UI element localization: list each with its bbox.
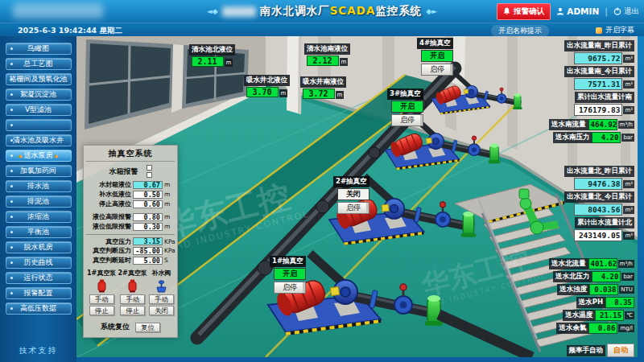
sidebar-item-label: 运行状态: [24, 273, 53, 283]
vacuum-row-label: 液位高限报警: [86, 212, 133, 221]
device-action-button[interactable]: 关闭: [149, 306, 174, 315]
flow-accum-unit: m³: [623, 180, 634, 188]
title-decoration-left-icon: ◄◆: [207, 7, 218, 15]
alarm-checkbox-2[interactable]: [147, 172, 152, 178]
flow-accum-unit: m³: [623, 80, 634, 88]
flow-instant-label: 送水北压力: [553, 271, 592, 282]
vacuum-unit-state: 开启: [421, 50, 453, 62]
quality-row: 送水余氯0.86mg/l: [556, 323, 634, 334]
sidebar-item[interactable]: 鸟瞰图: [6, 43, 72, 55]
flow-accum-unit: m³: [623, 55, 634, 63]
vacuum-row: 水封箱液位0.67m: [86, 180, 175, 189]
flow-instant-row: 送水北流量401.62m³/h: [549, 258, 634, 269]
toggle-subtitle-button[interactable]: 开启字幕: [596, 25, 634, 35]
sidebar-item[interactable]: 清水池及吸水井: [6, 134, 72, 146]
vacuum-unit-state: 开启: [391, 101, 423, 113]
sidebar-item-label: 历史曲线: [24, 257, 53, 268]
system-reset-button[interactable]: 复位: [135, 323, 160, 332]
pump-red-icon: [127, 279, 138, 293]
quality-label: 送水余氯: [556, 323, 588, 334]
device-column: 2#真空泵手动停止: [118, 269, 147, 315]
sidebar-item[interactable]: 脱水机房: [6, 241, 72, 253]
flow-instant-unit: m³/h: [618, 260, 634, 268]
device-column: 1#真空泵手动停止: [87, 269, 116, 315]
vacuum-row-value[interactable]: 0.50: [133, 191, 163, 199]
flow-accum-value: 9476.38: [574, 178, 622, 190]
vacuum-row-unit: KPa: [163, 247, 175, 254]
sidebar-item[interactable]: 运行状态: [6, 272, 72, 284]
vacuum-row-unit: m: [163, 213, 175, 220]
sidebar-item[interactable]: V型滤池: [6, 104, 72, 116]
vacuum-unit-start-stop-button[interactable]: 启停: [274, 282, 306, 294]
flow-instant-unit: m³/h: [618, 121, 634, 129]
sidebar-item[interactable]: 加氯加药间: [6, 165, 72, 177]
sidebar-item[interactable]: 排水池: [6, 180, 72, 192]
flow-instant-row: 送水南压力4.20bar: [553, 132, 634, 143]
level-label: 清水池南液位: [304, 43, 350, 55]
page-title: 南水北调水厂SCADA监控系统: [260, 4, 423, 19]
sidebar-item-label: 格栅间及预氧化池: [10, 74, 68, 84]
sidebar-item[interactable]: 排泥池: [6, 195, 72, 208]
datetime-display: 2025-6-3 19:42:44 星期二: [18, 26, 122, 36]
flow-instant-value: 401.62: [588, 258, 617, 269]
flow-accum-label: 出水流量南_昨日累计: [564, 40, 634, 51]
logout-button[interactable]: 退出: [613, 6, 639, 17]
pump-room-viewport: 华东工控 HD INDUSTRY CONTROL 华东工控 HD INDUSTR…: [76, 36, 638, 357]
vacuum-system-panel: 抽真空系统 水箱报警 水封箱液位0.67m补水低液位0.50m停止高液位0.60…: [83, 145, 178, 338]
sidebar-item[interactable]: 格栅间及预氧化池: [6, 73, 72, 85]
vacuum-unit-widget: 1#抽真空开启启停: [270, 256, 306, 294]
vacuum-unit-start-stop-button[interactable]: 启停: [421, 64, 453, 76]
sidebar-item[interactable]: [6, 119, 72, 131]
sidebar-item-label: 鸟瞰图: [27, 43, 49, 54]
flow-accum-label: 出水流量北_今日累计: [564, 191, 634, 203]
sidebar-item[interactable]: 平衡池: [6, 226, 72, 238]
sidebar-item-label: 排泥池: [27, 196, 49, 207]
flow-instant-label: 送水南压力: [553, 132, 592, 143]
vacuum-row-value[interactable]: -85.00: [133, 247, 163, 255]
sidebar-item[interactable]: 高低压数据: [6, 302, 72, 315]
vacuum-row-value[interactable]: 0.80: [133, 213, 163, 221]
toggle-name-tip-button[interactable]: 开启名称提示: [491, 25, 549, 37]
sidebar-item[interactable]: 浓缩池: [6, 211, 72, 223]
vacuum-devices: 1#真空泵手动停止2#真空泵手动停止补水阀手动关闭: [86, 269, 175, 315]
device-mode-button[interactable]: 手动: [89, 294, 114, 304]
flow-instant-row: 送水北压力4.20bar: [553, 271, 634, 282]
top-bar: ◄◆ 南水北调水厂SCADA监控系统 ◆► 报警确认 ADMIN | 退出: [0, 0, 644, 23]
freq-mode-button[interactable]: 自动: [607, 343, 634, 357]
vacuum-row-value[interactable]: 5.00: [133, 257, 163, 265]
vacuum-unit-start-stop-button[interactable]: 启停: [337, 202, 369, 214]
vacuum-row-label: 补水低液位: [86, 190, 133, 199]
sidebar-item[interactable]: 报警配置: [6, 287, 72, 299]
tech-support-link[interactable]: 技术支持: [0, 345, 76, 356]
sidebar-item[interactable]: 历史曲线: [6, 257, 72, 269]
device-action-button[interactable]: 停止: [120, 306, 145, 315]
device-mode-button[interactable]: 手动: [149, 294, 174, 304]
vacuum-row: 液位低限报警0.30m: [86, 222, 175, 231]
tank-alarm-checkboxes: [147, 165, 152, 178]
vacuum-row-value[interactable]: 0.30: [133, 223, 163, 231]
flow-instant-value: 4.20: [592, 132, 621, 143]
level-unit: m: [336, 91, 345, 99]
sidebar-item[interactable]: 絮凝沉淀池: [6, 88, 72, 101]
sidebar-item-label: 絮凝沉淀池: [20, 89, 56, 100]
vacuum-panel-title: 抽真空系统: [86, 148, 175, 162]
vacuum-unit-start-stop-button[interactable]: 启停: [391, 114, 423, 126]
vacuum-unit-label: 1#抽真空: [270, 256, 306, 267]
level-unit: m: [279, 89, 288, 97]
device-action-button[interactable]: 停止: [89, 306, 114, 315]
device-name: 1#真空泵: [87, 269, 116, 278]
vacuum-row-value: 3.15: [133, 237, 163, 245]
flow-accum-unit: m³: [623, 106, 634, 114]
user-menu[interactable]: ADMIN: [556, 6, 599, 16]
device-name: 2#真空泵: [118, 269, 147, 278]
vacuum-unit-widget: 3#抽真空开启启停: [387, 88, 423, 126]
device-mode-button[interactable]: 手动: [120, 294, 145, 304]
sidebar-item[interactable]: ◆送水泵房◆: [6, 150, 72, 162]
alarm-checkbox-1[interactable]: [147, 165, 152, 171]
vacuum-row-value[interactable]: 0.60: [133, 200, 163, 208]
sidebar-item-label: 浓缩池: [27, 212, 49, 222]
level-widget: 清水池南液位2.12m: [304, 43, 350, 66]
alarm-confirm-button[interactable]: 报警确认: [497, 3, 551, 20]
status-bar: 2025-6-3 19:42:44 星期二 开启名称提示 开启字幕: [0, 23, 644, 36]
sidebar-item[interactable]: 总工艺图: [6, 58, 72, 70]
